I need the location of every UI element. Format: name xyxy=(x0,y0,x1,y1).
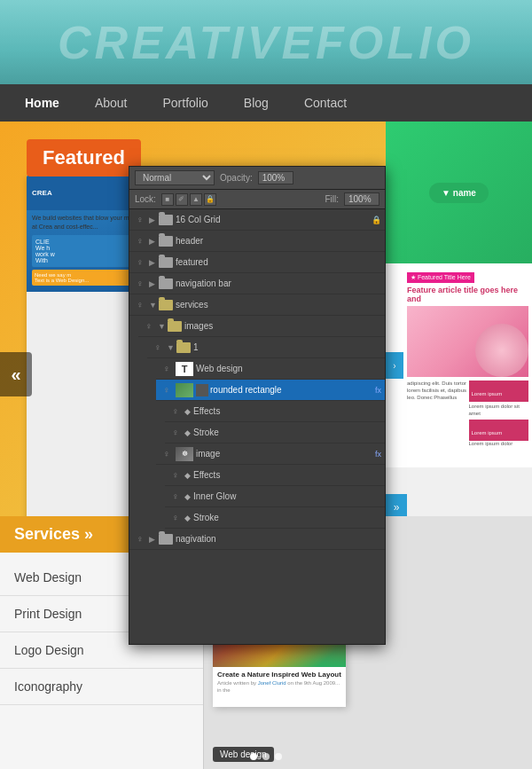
lock-icon-1[interactable]: ■ xyxy=(161,193,174,206)
right-preview-white: › ★ Featured Title Here Feature article … xyxy=(386,263,532,467)
flower-decoration xyxy=(475,324,528,377)
eye-icon[interactable]: ♀ xyxy=(133,234,147,248)
nav-blog[interactable]: Blog xyxy=(228,90,285,115)
ps-layers-panel: Normal Opacity: Lock: ■ ✐ ▲ 🔒 Fill: ♀ ▶ xyxy=(129,166,386,645)
featured-badge: ★ Featured Title Here xyxy=(407,272,474,283)
layer-services[interactable]: ♀ ▼ services xyxy=(129,294,385,316)
layer-16col[interactable]: ♀ ▶ 16 Col Grid 🔒 xyxy=(129,209,385,231)
eye-icon[interactable]: ♀ xyxy=(168,426,183,440)
layer-image[interactable]: ♀ ☸ image fx xyxy=(156,443,385,465)
folder-icon xyxy=(159,534,173,545)
eye-icon[interactable]: ♀ xyxy=(168,511,183,525)
folder-icon xyxy=(159,236,173,247)
left-nav-arrow[interactable]: « xyxy=(0,352,32,396)
layer-effects-2[interactable]: ♀ ◆ Effects xyxy=(165,465,385,486)
layer-featured[interactable]: ♀ ▶ featured xyxy=(129,252,385,273)
nav-about[interactable]: About xyxy=(79,90,144,115)
nav-home[interactable]: Home xyxy=(9,90,75,115)
blend-mode-dropdown[interactable]: Normal xyxy=(135,170,215,185)
lock-icon-4[interactable]: 🔒 xyxy=(204,193,216,206)
feature-image xyxy=(407,306,528,377)
column-header: Lorem ipsum xyxy=(469,381,529,402)
right-preview-green: ▼ name xyxy=(386,122,532,263)
green-button[interactable]: ▼ name xyxy=(429,183,489,203)
eye-icon[interactable]: ♀ xyxy=(168,404,183,419)
layer-inner-glow[interactable]: ♀ ◆ Inner Glow xyxy=(165,486,385,507)
eye-icon[interactable]: ♀ xyxy=(133,277,147,291)
folder-icon-open xyxy=(176,342,191,353)
dot-indicators xyxy=(250,753,282,760)
eye-icon[interactable]: ♀ xyxy=(142,319,156,333)
lock-label: Lock: xyxy=(135,194,156,204)
main-content: Featured CREA We build websites that blo… xyxy=(0,122,532,769)
dot-3[interactable] xyxy=(275,753,282,760)
eye-icon[interactable]: ♀ xyxy=(133,532,147,546)
eye-icon[interactable]: ♀ xyxy=(160,383,174,397)
eye-icon[interactable]: ♀ xyxy=(160,362,174,376)
feature-title: Feature article title goes here and xyxy=(407,286,528,303)
folder-icon xyxy=(159,279,173,289)
opacity-label: Opacity: xyxy=(220,173,253,183)
opacity-input[interactable] xyxy=(258,171,293,184)
layer-navbar[interactable]: ♀ ▶ navigation bar xyxy=(129,273,385,294)
nav-portfolio[interactable]: Portfolio xyxy=(147,90,224,115)
dot-1[interactable] xyxy=(250,753,257,760)
ps-layers-list: ♀ ▶ 16 Col Grid 🔒 ♀ ▶ header ♀ ▶ feature… xyxy=(129,209,385,644)
mini-columns: adipiscing elit. Duis tortor lorem facil… xyxy=(407,381,528,447)
nav-contact[interactable]: Contact xyxy=(288,90,363,115)
fill-input[interactable] xyxy=(344,192,379,206)
service-iconography[interactable]: Iconography xyxy=(0,669,203,705)
folder-icon xyxy=(159,215,173,225)
featured-caption: Create a Nature Inspired Web Layout Arti… xyxy=(213,667,346,698)
eye-icon[interactable]: ♀ xyxy=(168,468,183,483)
ps-toolbar-2: Lock: ■ ✐ ▲ 🔒 Fill: xyxy=(129,190,385,209)
layer-thumb-text: T xyxy=(176,362,193,376)
nav-left-arrow[interactable]: › xyxy=(386,352,403,379)
lock-icons: ■ ✐ ▲ 🔒 xyxy=(161,193,216,206)
fill-label: Fill: xyxy=(325,194,339,204)
eye-icon[interactable]: ♀ xyxy=(168,490,183,504)
layer-stroke-2[interactable]: ♀ ◆ Stroke xyxy=(165,507,385,529)
layer-nagivation[interactable]: ♀ ▶ nagivation xyxy=(129,529,385,550)
layer-stroke-1[interactable]: ♀ ◆ Stroke xyxy=(165,422,385,443)
services-label: Services » xyxy=(14,525,93,544)
layer-webdesign[interactable]: ♀ T Web design xyxy=(156,358,385,380)
lock-icon-3[interactable]: ▲ xyxy=(190,193,202,206)
layer-header[interactable]: ♀ ▶ header xyxy=(129,231,385,252)
ps-toolbar-1: Normal Opacity: xyxy=(129,167,385,190)
banner: CREATIVEFOLIO xyxy=(0,0,532,84)
layer-thumb-rect xyxy=(176,383,193,397)
layer-rounded-rect[interactable]: ♀ rounded rectangle fx xyxy=(156,380,385,401)
dot-2[interactable] xyxy=(262,753,270,760)
navbar: Home About Portfolio Blog Contact xyxy=(0,84,532,122)
layer-1[interactable]: ♀ ▼ 1 xyxy=(147,337,385,358)
eye-icon[interactable]: ♀ xyxy=(133,298,147,312)
folder-icon xyxy=(159,257,173,268)
chain-icon xyxy=(196,384,208,396)
lock-icon-2[interactable]: ✐ xyxy=(176,193,188,206)
layer-thumb-img: ☸ xyxy=(176,447,193,461)
eye-icon[interactable]: ♀ xyxy=(133,255,147,270)
featured-label: Featured xyxy=(27,139,141,177)
eye-icon[interactable]: ♀ xyxy=(133,213,147,227)
folder-icon-open xyxy=(159,300,173,310)
eye-icon[interactable]: ♀ xyxy=(151,341,165,355)
layer-effects-1[interactable]: ♀ ◆ Effects xyxy=(165,401,385,422)
banner-title: CREATIVEFOLIO xyxy=(58,16,474,69)
column-header-2: Lorem ipsum xyxy=(469,420,529,441)
layer-images[interactable]: ♀ ▼ images xyxy=(138,316,385,337)
folder-icon-open xyxy=(168,321,182,332)
eye-icon[interactable]: ♀ xyxy=(160,447,174,461)
